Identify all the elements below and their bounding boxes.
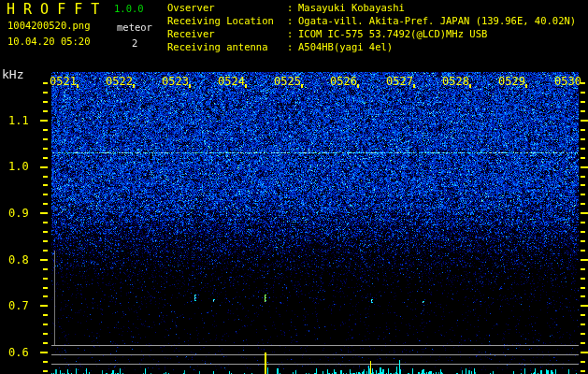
hrofft-window: { "header": { "app_title": "H R O F F T"… — [0, 0, 588, 374]
time-label-0524: 0524 — [218, 76, 245, 88]
info-label-observer: Ovserver — [167, 3, 215, 14]
time-label-0526: 0526 — [330, 76, 357, 88]
freq-label-0.6: 0.6 — [8, 347, 29, 359]
info-value-location: Ogata-vill. Akita-Pref. JAPAN (139.96E, … — [298, 16, 576, 27]
freq-axis-unit: kHz — [2, 68, 23, 81]
app-title: H R O F F T — [7, 2, 99, 18]
info-colon: : — [287, 16, 293, 27]
time-label-0527: 0527 — [386, 76, 413, 88]
freq-label-0.9: 0.9 — [8, 208, 29, 220]
info-colon: : — [287, 29, 293, 40]
datetime-label: 10.04.20 05:20 — [7, 36, 91, 48]
time-label-0522: 0522 — [106, 76, 133, 88]
info-label-receiver: Receiver — [167, 29, 215, 40]
info-value-receiver: ICOM IC-575 53.7492(@LCD)MHz USB — [298, 29, 487, 40]
app-version: 1.0.0 — [114, 4, 144, 15]
info-value-antenna: A504HB(yagi 4el) — [298, 42, 393, 53]
time-label-0521: 0521 — [50, 76, 77, 88]
spectrogram-canvas — [0, 0, 588, 374]
time-label-0525: 0525 — [274, 76, 301, 88]
output-filename: 1004200520.png — [7, 21, 91, 32]
time-label-0529: 0529 — [498, 76, 525, 88]
freq-label-0.7: 0.7 — [8, 300, 29, 312]
info-label-location: Receiving Location — [167, 16, 274, 27]
freq-label-1.0: 1.0 — [8, 161, 29, 173]
time-label-0523: 0523 — [162, 76, 189, 88]
freq-label-1.1: 1.1 — [8, 115, 29, 127]
info-colon: : — [287, 42, 293, 53]
info-label-antenna: Receiving antenna — [167, 42, 267, 53]
info-value-observer: Masayuki Kobayashi — [298, 3, 405, 14]
time-label-0528: 0528 — [442, 76, 469, 88]
mode-label: meteor — [117, 22, 152, 34]
echo-count: 2 — [132, 38, 137, 50]
info-colon: : — [287, 3, 293, 14]
freq-label-0.8: 0.8 — [8, 254, 29, 266]
time-label-0530: 0530 — [554, 76, 581, 88]
